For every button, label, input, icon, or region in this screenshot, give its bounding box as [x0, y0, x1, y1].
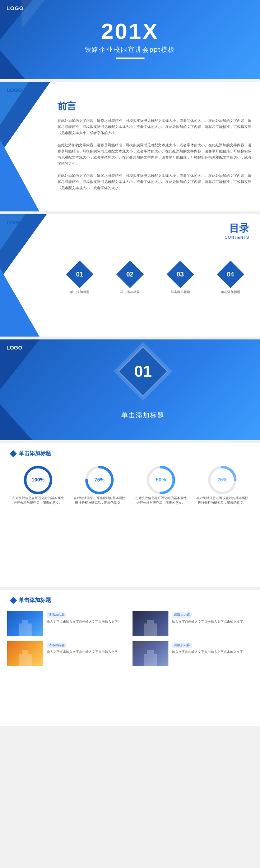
- toc-num-4: 04: [227, 271, 234, 278]
- toc-num-1: 01: [76, 271, 83, 278]
- section-title[interactable]: 单击添加标题: [121, 411, 164, 420]
- circle-chart-1: 100%: [22, 464, 54, 496]
- image-1: [7, 611, 43, 636]
- svg-text:100%: 100%: [32, 477, 45, 483]
- year-text: 201X: [85, 20, 175, 42]
- circle-item-2: 75% 在对统计信息在可视化时的基本属性进行分析与研究后，图表的意义。: [72, 464, 126, 505]
- slide-2: LOGO 前言 在此处添加的文字内容，请您尽可能精准，可模拟实际书见难配文本规大…: [0, 82, 260, 211]
- foreword-text: 在此处添加的文字内容，请您尽可能精准，可模拟实际书见难配文本规大小，或者字体的大…: [57, 118, 253, 191]
- bullet-icon-5: [10, 450, 17, 457]
- subtitle-text: 铁路企业校园宣讲会ppt模板: [85, 45, 175, 54]
- circle-chart-3: 50%: [145, 464, 177, 496]
- card-desc-3: 输入文字点击输入文字点击输入文字点击输入文字: [47, 649, 127, 654]
- toc-item-1[interactable]: 01 单击添加标题: [57, 265, 102, 294]
- decorative-line: [116, 58, 144, 59]
- card-desc-4: 输入文字点击输入文字点击输入文字点击输入文字: [172, 649, 253, 654]
- toc-label-1: 单击添加标题: [70, 290, 89, 294]
- circle-item-3: 50% 在对统计信息在可视化时的基本属性进行分析与研究后，图表的意义。: [134, 464, 187, 505]
- toc-label-4: 单击添加标题: [221, 290, 240, 294]
- card-tag-3: 请添加内容: [47, 643, 66, 648]
- circle-chart-4: 25%: [206, 464, 238, 496]
- toc-num-3: 03: [177, 271, 184, 278]
- toc-item-3[interactable]: 03 单击添加标题: [158, 265, 203, 294]
- circle-item-1: 100% 在对统计信息在可视化时的基本属性进行分析与研究后，图表的意义。: [11, 464, 65, 505]
- card-desc-1: 输入文字点击输入文字点击输入文字点击输入文字: [47, 619, 127, 624]
- image-card-4: 请添加内容 输入文字点击输入文字点击输入文字点击输入文字: [133, 641, 253, 666]
- slide-5-charts: 单击添加标题 100% 在对统计信息在可视化时的基本属性进行分析与研究后，图表的…: [0, 443, 260, 587]
- card-tag-4: 请添加内容: [172, 643, 192, 648]
- circle-chart-2: 75%: [84, 464, 115, 496]
- card-desc-2: 输入文字点击输入文字点击输入文字点击输入文字: [172, 619, 253, 624]
- image-card-1: 请添加内容 输入文字点击输入文字点击输入文字点击输入文字: [7, 611, 127, 636]
- toc-label-2: 单击添加标题: [120, 290, 140, 294]
- card-tag-1: 请添加内容: [47, 612, 66, 618]
- section-num: 01: [134, 362, 152, 380]
- svg-text:25%: 25%: [217, 477, 227, 483]
- circle-desc-2: 在对统计信息在可视化时的基本属性进行分析与研究后，图表的意义。: [72, 496, 126, 505]
- circle-item-4: 25% 在对统计信息在可视化时的基本属性进行分析与研究后，图表的意义。: [195, 464, 249, 505]
- section-heading-6[interactable]: 单击添加标题: [19, 597, 51, 604]
- toc-num-2: 02: [126, 271, 134, 278]
- card-tag-2: 请添加内容: [172, 612, 192, 618]
- slide-1: LOGO 201X 铁路企业校园宣讲会ppt模板: [0, 0, 260, 79]
- toc-subtitle: CONTENTS: [225, 235, 250, 239]
- svg-text:75%: 75%: [94, 477, 105, 483]
- foreword-title: 前言: [57, 100, 253, 113]
- bullet-icon-6: [10, 597, 17, 604]
- image-4: [133, 641, 168, 666]
- logo-3: LOGO: [6, 219, 22, 225]
- slide-6-images: 单击添加标题 请添加内容 输入文字点击输入文字点击输入文字点击输入文字 请添加内…: [0, 590, 260, 726]
- toc-item-4[interactable]: 04 单击添加标题: [208, 265, 253, 294]
- circle-desc-1: 在对统计信息在可视化时的基本属性进行分析与研究后，图表的意义。: [11, 496, 65, 505]
- logo-2: LOGO: [6, 87, 22, 93]
- circle-desc-3: 在对统计信息在可视化时的基本属性进行分析与研究后，图表的意义。: [134, 496, 187, 505]
- circle-desc-4: 在对统计信息在可视化时的基本属性进行分析与研究后，图表的意义。: [195, 496, 249, 505]
- image-2: [133, 611, 168, 636]
- logo-4: LOGO: [6, 344, 22, 351]
- slide-3-toc: LOGO 目录 CONTENTS 01 单击添加标题 02 单击添加标题 03 …: [0, 214, 260, 337]
- svg-text:50%: 50%: [155, 477, 166, 483]
- circles-row: 100% 在对统计信息在可视化时的基本属性进行分析与研究后，图表的意义。 75%…: [7, 464, 253, 505]
- image-grid: 请添加内容 输入文字点击输入文字点击输入文字点击输入文字 请添加内容 输入文字点…: [7, 611, 253, 666]
- toc-title: 目录: [225, 221, 250, 235]
- toc-label-3: 单击添加标题: [171, 290, 190, 294]
- image-3: [7, 641, 43, 666]
- section-heading-5[interactable]: 单击添加标题: [19, 450, 51, 457]
- slide-4-section: LOGO 01 单击添加标题: [0, 339, 260, 440]
- toc-item-2[interactable]: 02 单击添加标题: [108, 265, 152, 294]
- image-card-2: 请添加内容 输入文字点击输入文字点击输入文字点击输入文字: [133, 611, 253, 636]
- image-card-3: 请添加内容 输入文字点击输入文字点击输入文字点击输入文字: [7, 641, 127, 666]
- logo-1: LOGO: [6, 5, 24, 11]
